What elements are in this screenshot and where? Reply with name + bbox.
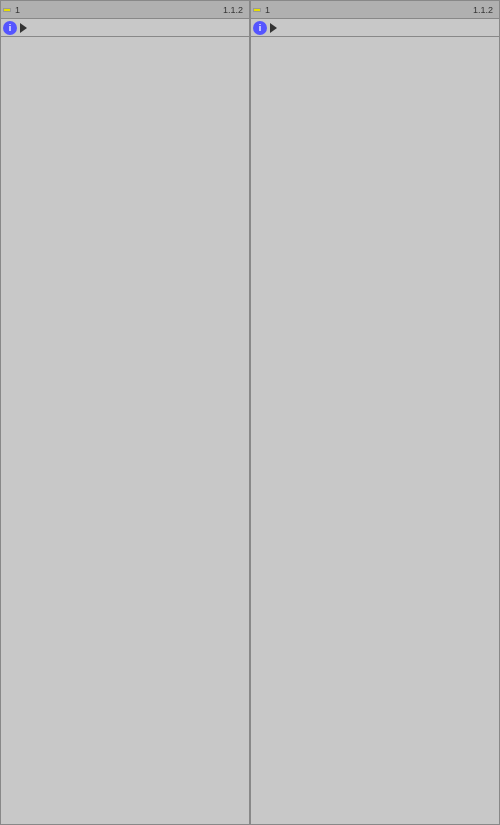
- right-panel: 1 1.1.2 i: [250, 0, 500, 825]
- left-info-icon[interactable]: i: [3, 21, 17, 35]
- left-fold-button[interactable]: [3, 8, 11, 12]
- left-tracks-container[interactable]: [1, 37, 249, 824]
- left-play-arrow[interactable]: [20, 23, 27, 33]
- right-ruler: 1 1.1.2: [261, 5, 497, 15]
- right-subheader: i: [251, 19, 499, 37]
- left-header: 1 1.1.2: [1, 1, 249, 19]
- right-header: 1 1.1.2: [251, 1, 499, 19]
- left-panel: 1 1.1.2 i: [0, 0, 250, 825]
- left-subheader: i: [1, 19, 249, 37]
- left-ruler: 1 1.1.2: [11, 5, 247, 15]
- right-tracks-container[interactable]: [251, 37, 499, 824]
- right-play-arrow[interactable]: [270, 23, 277, 33]
- right-fold-button[interactable]: [253, 8, 261, 12]
- right-info-icon[interactable]: i: [253, 21, 267, 35]
